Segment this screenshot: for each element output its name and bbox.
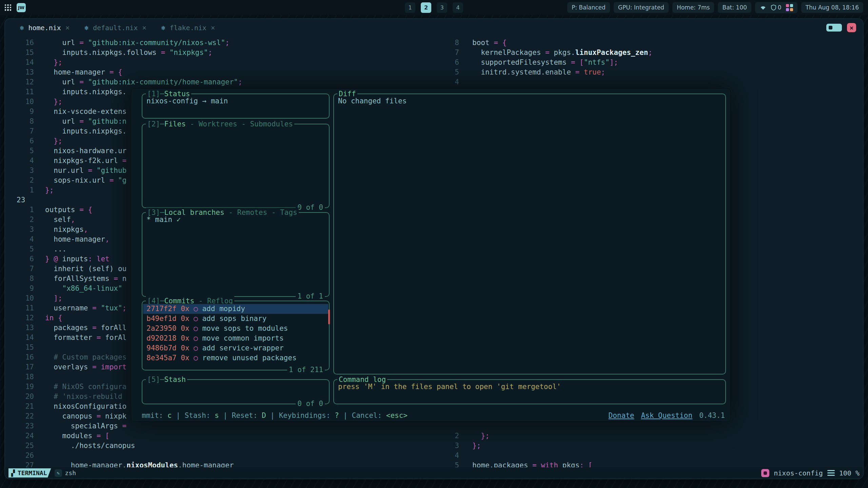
branch-row[interactable]: * main ✓: [146, 216, 181, 224]
workspace-button-1[interactable]: 1: [405, 2, 415, 13]
line-number: 6: [442, 58, 459, 67]
lazygit-diff-panel[interactable]: Diff No changed files: [333, 94, 726, 374]
shield-indicator: 0: [771, 4, 782, 11]
workspace-button-4[interactable]: 4: [453, 2, 463, 13]
commit-bullet: ○: [189, 314, 198, 323]
commit-row[interactable]: 9486b7d 0x ○ add service-wrapper: [143, 343, 328, 353]
nix-snowflake-icon: ❄: [20, 24, 24, 32]
apps-grid-icon[interactable]: [5, 4, 11, 11]
commit-row[interactable]: 8e345a7 0x ○ remove unused packages: [143, 353, 328, 363]
line-text: kernelPackages = pkgs.linuxPackages_zen;: [472, 48, 652, 58]
commit-row[interactable]: 2a23950 0x ○ move sops to modules: [143, 324, 328, 333]
line-number: 12: [5, 77, 34, 87]
keybar-hints: mmit: c | Stash: s | Reset: D | Keybindi…: [142, 411, 408, 421]
shell-tab[interactable]: ✎ zsh: [55, 469, 76, 477]
tab-home.nix[interactable]: ❄home.nix×: [20, 24, 70, 32]
ask-question-link[interactable]: Ask Question: [641, 411, 692, 421]
line-number: 7: [5, 264, 34, 274]
line-text: nur.url = "github: [45, 166, 126, 176]
lazygit-keybar: mmit: c | Stash: s | Reset: D | Keybindi…: [142, 411, 725, 421]
code-line: 7 kernelPackages = pkgs.linuxPackages_ze…: [442, 48, 863, 58]
commit-bullet: ○: [189, 324, 198, 332]
line-number: 5: [5, 244, 34, 254]
commit-row[interactable]: b49ef1d 0x ○ add sops binary: [143, 314, 328, 324]
code-line: 8boot = {: [442, 38, 863, 48]
line-text: nixpkgs,: [45, 225, 88, 235]
commit-bullet: ○: [189, 354, 198, 362]
commit-msg: move sops to modules: [198, 324, 288, 332]
lazygit-commits-panel[interactable]: [4]─Commits - Reflog 2717f2f 0x ○ add mo…: [142, 301, 330, 370]
line-text: ...: [45, 244, 66, 254]
line-text: # 'nixos-rebuild: [45, 392, 122, 402]
tab-flake.nix[interactable]: ❄flake.nix×: [161, 24, 215, 32]
commit-hash: b49ef1d: [146, 314, 177, 323]
line-number: 9: [5, 284, 34, 293]
donate-link[interactable]: Donate: [609, 411, 634, 421]
window-pin-toggle[interactable]: [826, 24, 842, 32]
terminal-window: ❄home.nix×❄default.nix×❄flake.nix× × 16 …: [4, 18, 864, 479]
line-number: 12: [5, 313, 34, 323]
files-count: 0 of 0: [296, 203, 325, 212]
lazygit-branches-panel[interactable]: [3]─Local branches - Remotes - Tags * ma…: [142, 212, 330, 297]
branches-count: 1 of 1: [296, 291, 325, 301]
commit-row[interactable]: 2717f2f 0x ○ add mopidy: [143, 304, 328, 314]
line-text: forAllSystems = n: [45, 274, 126, 284]
line-number: 3: [5, 166, 34, 176]
line-number: 2: [442, 431, 459, 441]
line-number: 9: [5, 107, 34, 117]
tab-close-icon[interactable]: ×: [65, 24, 70, 32]
tab-close-icon[interactable]: ×: [142, 24, 146, 32]
line-text: username = "tux";: [45, 303, 126, 313]
line-number: 23: [5, 195, 34, 205]
line-text: inherit (self) ou: [45, 264, 126, 274]
line-number: 10: [5, 293, 34, 303]
tab-default.nix[interactable]: ❄default.nix×: [84, 24, 146, 32]
status-segment: P: Balanced: [567, 2, 610, 13]
tab-close-icon[interactable]: ×: [211, 24, 215, 32]
window-close-button[interactable]: ×: [847, 23, 856, 32]
wifi-icon: [760, 5, 767, 10]
line-number: 7: [442, 48, 459, 58]
terminal-mode-label: TERMINAL: [18, 469, 47, 476]
lazygit-files-panel[interactable]: [2]─Files - Worktrees - Submodules 0 of …: [142, 124, 330, 208]
lazygit-status-panel[interactable]: [1]─Status nixos-config → main: [142, 94, 330, 119]
workspace-button-2[interactable]: 2: [421, 2, 431, 13]
code-line: 16 url = "github:nix-community/nixos-wsl…: [5, 38, 439, 48]
line-number: 8: [5, 117, 34, 126]
branch-check-icon: ✓: [172, 216, 181, 224]
menu-list-icon[interactable]: [827, 470, 835, 476]
line-text: nix-vscode-extens: [45, 107, 126, 117]
lazygit-stash-panel[interactable]: [5]─Stash 0 of 0: [142, 379, 330, 404]
line-text: canopus = nixpk: [45, 411, 126, 421]
lazygit-command-log-panel[interactable]: Command log press 'M' in the files panel…: [333, 379, 726, 404]
line-number: 15: [5, 343, 34, 352]
nix-snowflake-icon: ❄: [161, 24, 165, 32]
topbar-status-segments: P: BalancedGPU: IntegratedHome: 7msBat: …: [567, 2, 751, 13]
code-line: 4: [442, 451, 863, 461]
line-text: home-manager = {: [45, 67, 122, 77]
nix-snowflake-icon: ❄: [84, 24, 88, 32]
logo-badge[interactable]: JW: [17, 3, 26, 12]
code-line: 6 supportedFilesystems = ["ntfs"];: [442, 58, 863, 67]
percent-indicator: 100 %: [839, 469, 860, 477]
terminal-mode-badge: ▞ TERMINAL: [8, 468, 51, 477]
commit-msg: remove unused packages: [198, 354, 297, 362]
commit-hash: 2717f2f: [146, 305, 177, 313]
line-number: 17: [5, 362, 34, 372]
line-text: outputs = {: [45, 205, 92, 215]
line-text: nixpkgs-f2k.url =: [45, 156, 126, 166]
line-number: 24: [5, 431, 34, 441]
status-segment: Bat: 100: [718, 2, 751, 13]
commit-row[interactable]: d920218 0x ○ move common imports: [143, 333, 328, 343]
line-text: ];: [45, 293, 62, 303]
commit-author: 0x: [177, 305, 190, 313]
workspace-button-3[interactable]: 3: [437, 2, 447, 13]
line-number: 11: [5, 87, 34, 97]
line-number: 10: [5, 97, 34, 107]
line-text: home-manager,: [45, 235, 110, 244]
code-line: 2 };: [442, 431, 863, 441]
line-text: url = "github:nix-community/nixos-wsl";: [45, 38, 230, 48]
branches-content: * main ✓: [146, 215, 325, 294]
line-text: "x86_64-linux": [45, 284, 122, 293]
commits-scrollbar[interactable]: [328, 309, 330, 324]
